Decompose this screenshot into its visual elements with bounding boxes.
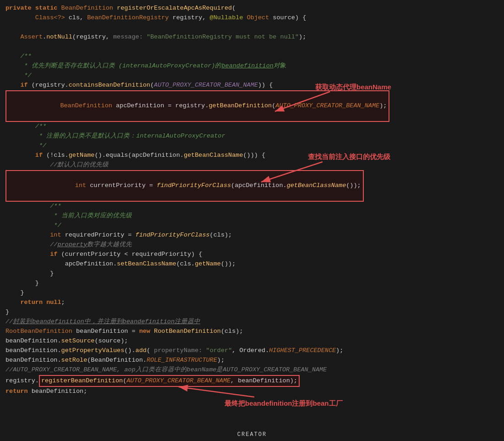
code-line-19: */ (0, 221, 504, 231)
code-line-29: //封装到beandefinition中，并注册到beandefinition注… (0, 317, 504, 327)
code-line-24: } (0, 269, 504, 279)
code-line-12: * 注册的入口类不是默认入口类：internalAutoProxyCreator (0, 132, 504, 141)
code-line-23: apcDefinition.setBeanClassName(cls.getNa… (0, 259, 504, 269)
code-line-2: Class<?> cls, BeanDefinitionRegistry reg… (0, 13, 504, 23)
code-line-14: if (!cls.getName().equals(apcDefinition.… (0, 151, 504, 160)
code-line-10: BeanDefinition apcDefinition = registry.… (0, 90, 504, 122)
code-line-11: /** (0, 122, 504, 132)
code-line-9: if (registry.containsBeanDefinition(AUTO… (0, 81, 504, 90)
code-line-8: */ (0, 71, 504, 81)
creator-label: CREATOR (237, 430, 267, 439)
code-line-4: Assert.notNull(registry, message: "BeanD… (0, 33, 504, 42)
code-line-7: * 优先判断是否存在默认入口类 (internalAutoProxyCreato… (0, 61, 504, 71)
code-line-18: * 当前入口类对应的优先级 (0, 211, 504, 221)
code-line-5 (0, 42, 504, 52)
code-line-26: } (0, 288, 504, 298)
code-viewer: private static BeanDefinition registerOr… (0, 0, 504, 441)
code-line-15: //默认入口的优先级 (0, 160, 504, 170)
code-line-22: if (currentPriority < requiredPriority) … (0, 250, 504, 259)
code-line-21: //property数字越大越优先 (0, 240, 504, 250)
keyword-private: private (5, 4, 32, 13)
code-line-33: beanDefinition.setRole(BeanDefinition.RO… (0, 356, 504, 365)
code-line-13: */ (0, 141, 504, 151)
code-line-16: int currentPriority = findPriorityForCla… (0, 170, 504, 202)
code-line-31: beanDefinition.setSource(source); (0, 336, 504, 346)
code-line-35: registry.registerBeanDefinition(AUTO_PRO… (0, 375, 504, 387)
code-line-27: return null; (0, 298, 504, 308)
code-line-28: } (0, 308, 504, 317)
code-line-1: private static BeanDefinition registerOr… (0, 4, 504, 13)
code-line-6: /** (0, 52, 504, 61)
code-line-32: beanDefinition.getPropertyValues().add( … (0, 346, 504, 356)
code-line-25: } (0, 279, 504, 288)
annotation-3: 最终把beandefinition注册到bean工厂 (225, 398, 343, 409)
code-line-3 (0, 23, 504, 33)
code-line-17: /** (0, 202, 504, 211)
code-line-36: return beanDefinition; (0, 387, 504, 397)
code-line-20: int requiredPriority = findPriorityForCl… (0, 231, 504, 240)
code-line-34: //AUTO_PROXY_CREATOR_BEAN_NAME, aop入口类在容… (0, 365, 504, 375)
code-line-30: RootBeanDefinition beanDefinition = new … (0, 327, 504, 336)
